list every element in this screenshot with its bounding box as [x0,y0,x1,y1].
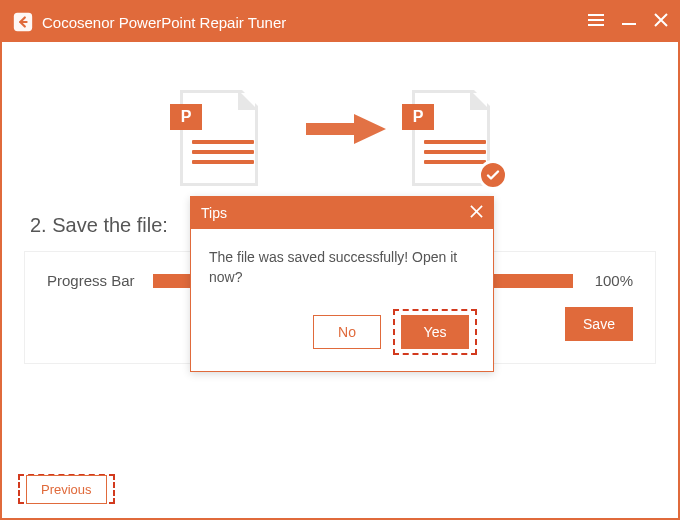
doc-tag: P [402,104,434,130]
dialog-close-icon[interactable] [470,205,483,221]
previous-highlight: Previous [18,474,115,504]
dialog-message: The file was saved successfully! Open it… [191,229,493,301]
previous-button[interactable]: Previous [26,475,107,504]
no-button[interactable]: No [313,315,381,349]
content-area: P P 2. Save the file: Progress Bar 100% … [2,42,678,518]
tips-dialog: Tips The file was saved successfully! Op… [190,196,494,372]
svg-rect-1 [588,14,604,16]
progress-label: Progress Bar [47,272,139,289]
yes-button[interactable]: Yes [401,315,469,349]
menu-icon[interactable] [588,13,604,31]
progress-percent: 100% [587,272,633,289]
svg-rect-2 [588,19,604,21]
svg-rect-4 [622,23,636,25]
minimize-icon[interactable] [622,13,636,31]
doc-tag: P [170,104,202,130]
app-title: Cocosenor PowerPoint Repair Tuner [42,14,286,31]
yes-highlight: Yes [393,309,477,355]
titlebar: Cocosenor PowerPoint Repair Tuner [2,2,678,42]
source-doc-icon: P [180,84,264,188]
dialog-title: Tips [201,205,227,221]
close-icon[interactable] [654,13,668,31]
checkmark-badge-icon [478,160,508,190]
app-window: Cocosenor PowerPoint Repair Tuner P [0,0,680,520]
window-controls [588,13,668,31]
arrow-icon [306,114,386,144]
title-left: Cocosenor PowerPoint Repair Tuner [12,11,286,33]
footer: Previous [18,474,115,504]
dialog-header: Tips [191,197,493,229]
dialog-actions: No Yes [191,301,493,371]
save-button[interactable]: Save [565,307,633,341]
app-logo-icon [12,11,34,33]
illustration: P P [120,66,560,206]
svg-rect-3 [588,24,604,26]
